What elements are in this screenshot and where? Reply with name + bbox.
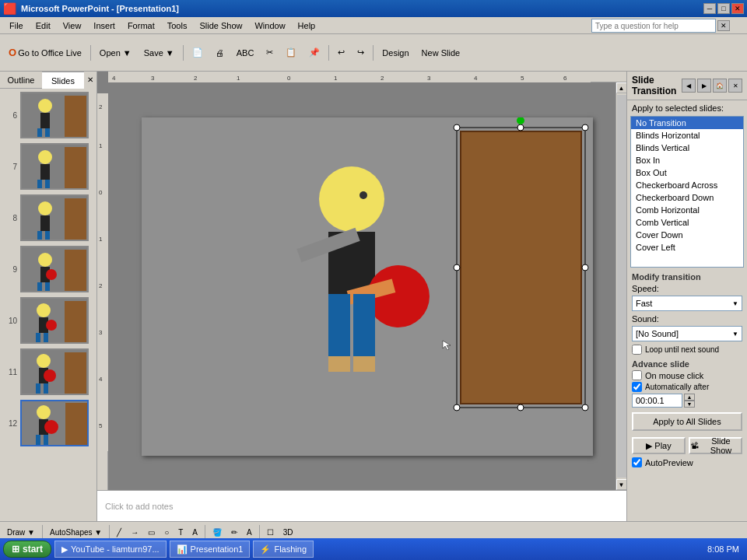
slide-thumbnail-9[interactable] [20, 246, 89, 292]
transition-blinds-v[interactable]: Blinds Vertical [631, 142, 743, 154]
svg-rect-5 [45, 128, 50, 138]
transition-box-out[interactable]: Box Out [631, 166, 743, 179]
spell-button[interactable]: ABC [231, 44, 260, 61]
scroll-down-button[interactable]: ▼ [616, 479, 627, 490]
svg-text:3: 3 [427, 75, 431, 82]
print-button[interactable]: 🖨 [210, 44, 230, 61]
open-button[interactable]: Open ▼ [94, 44, 137, 61]
panel-forward-button[interactable]: ▶ [697, 79, 711, 93]
sound-dropdown[interactable]: [No Sound] ▼ [632, 326, 742, 341]
design-button[interactable]: Design [377, 44, 414, 61]
slideshow-icon: 📽 [690, 441, 699, 450]
menu-help[interactable]: Help [292, 19, 322, 32]
transition-cover-left[interactable]: Cover Left [631, 241, 743, 254]
panel-back-button[interactable]: ◀ [682, 79, 696, 93]
slideshow-button[interactable]: 📽 Slide Show [689, 437, 742, 454]
vertical-scrollbar[interactable]: ▲ ▼ [615, 82, 626, 490]
play-button[interactable]: ▶ Play [632, 437, 686, 454]
svg-rect-7 [65, 147, 86, 190]
auto-after-checkbox[interactable] [632, 382, 642, 392]
copy-button[interactable]: 📋 [280, 44, 302, 61]
menu-view[interactable]: View [57, 19, 88, 32]
slide-thumbnail-12[interactable] [20, 400, 89, 446]
search-close-button[interactable]: ✕ [717, 20, 730, 31]
svg-point-31 [46, 320, 57, 331]
redo-button[interactable]: ↪ [352, 44, 370, 61]
svg-text:4: 4 [112, 75, 116, 82]
mouse-click-checkbox[interactable] [632, 370, 642, 380]
menu-window[interactable]: Window [248, 19, 291, 32]
transition-checker-across[interactable]: Checkerboard Across [631, 179, 743, 191]
time-down-button[interactable]: ▼ [684, 401, 695, 408]
scroll-thumb[interactable] [617, 95, 626, 478]
scroll-up-button[interactable]: ▲ [616, 82, 627, 93]
panel-close-button[interactable]: ✕ [84, 72, 96, 89]
slide-thumb-10[interactable]: 10 [3, 296, 93, 345]
slide-thumb-12[interactable]: 12 [3, 398, 93, 448]
slide-thumbnail-10[interactable] [20, 297, 89, 344]
svg-rect-3 [40, 113, 50, 128]
ruler-h-svg: 4 3 2 1 0 1 2 3 4 5 6 [108, 72, 591, 82]
slide-thumb-11[interactable]: 11 [3, 347, 93, 397]
go-to-office-live-button[interactable]: O Go to Office Live [3, 44, 87, 61]
menu-tools[interactable]: Tools [161, 19, 194, 32]
svg-rect-46 [108, 72, 591, 82]
slide-thumb-7[interactable]: 7 [3, 142, 93, 191]
search-input[interactable] [591, 19, 716, 33]
transition-no-transition[interactable]: No Transition [631, 117, 743, 129]
apply-all-button[interactable]: Apply to All Slides [632, 412, 742, 431]
transition-comb-h[interactable]: Comb Horizontal [631, 204, 743, 216]
svg-text:0: 0 [99, 189, 103, 196]
menu-file[interactable]: File [3, 19, 30, 32]
panel-close-x-button[interactable]: ✕ [728, 79, 742, 93]
svg-text:5: 5 [99, 422, 103, 429]
new-button[interactable]: 📄 [187, 44, 209, 61]
slide-thumbnail-7[interactable] [20, 143, 89, 190]
auto-after-label: Automatically after [645, 383, 709, 391]
speed-dropdown[interactable]: Fast ▼ [632, 296, 742, 311]
speed-row: Speed: [632, 284, 742, 293]
menu-edit[interactable]: Edit [30, 19, 57, 32]
transition-comb-v[interactable]: Comb Vertical [631, 216, 743, 229]
minimize-button[interactable]: ─ [703, 3, 716, 14]
time-input[interactable] [632, 394, 682, 408]
paste-button[interactable]: 📌 [303, 44, 325, 61]
slide-thumb-8[interactable]: 8 [3, 193, 93, 243]
svg-point-45 [44, 420, 58, 434]
slide-thumbnail-8[interactable] [20, 194, 89, 241]
time-up-button[interactable]: ▲ [684, 394, 695, 401]
new-slide-button[interactable]: New Slide [416, 44, 466, 61]
menu-format[interactable]: Format [121, 19, 161, 32]
transition-box-in[interactable]: Box In [631, 154, 743, 166]
transition-blinds-h[interactable]: Blinds Horizontal [631, 129, 743, 142]
cut-button[interactable]: ✂ [261, 44, 279, 61]
close-button[interactable]: ✕ [731, 3, 744, 14]
tab-outline[interactable]: Outline [0, 72, 42, 89]
transition-list-box[interactable]: No Transition Blinds Horizontal Blinds V… [630, 116, 744, 268]
svg-rect-33 [65, 352, 86, 395]
taskbar-presentation[interactable]: 📊 Presentation1 [170, 541, 251, 558]
slide-thumb-9[interactable]: 9 [3, 244, 93, 294]
transition-checker-down[interactable]: Checkerboard Down [631, 191, 743, 204]
undo-button[interactable]: ↩ [332, 44, 350, 61]
transition-cover-down[interactable]: Cover Down [631, 229, 743, 241]
save-button[interactable]: Save ▼ [139, 44, 180, 61]
loop-checkbox[interactable] [632, 345, 642, 355]
taskbar-youtube[interactable]: ▶ YouTube - liamturn97... [54, 541, 167, 558]
slide-thumbnail-11[interactable] [20, 348, 89, 395]
tab-slides[interactable]: Slides [42, 72, 84, 89]
notes-area[interactable]: Click to add notes [97, 490, 626, 521]
menu-insert[interactable]: Insert [87, 19, 121, 32]
panel-home-button[interactable]: 🏠 [713, 79, 727, 93]
menu-slideshow[interactable]: Slide Show [193, 19, 248, 32]
autopreview-checkbox[interactable] [632, 457, 642, 467]
slide-thumb-6[interactable]: 6 [3, 90, 93, 140]
taskbar-flashing[interactable]: ⚡ Flashing [253, 541, 314, 558]
start-button[interactable]: ⊞ start [3, 541, 51, 558]
maximize-button[interactable]: □ [717, 3, 730, 14]
slide-thumbnail-6[interactable] [20, 92, 89, 138]
main-slide[interactable] [142, 117, 593, 456]
ruler-vertical: 2 1 0 1 2 3 4 5 [97, 93, 108, 490]
ruler-v-svg: 2 1 0 1 2 3 4 5 [97, 93, 108, 451]
panel-title: Slide Transition [632, 75, 682, 96]
